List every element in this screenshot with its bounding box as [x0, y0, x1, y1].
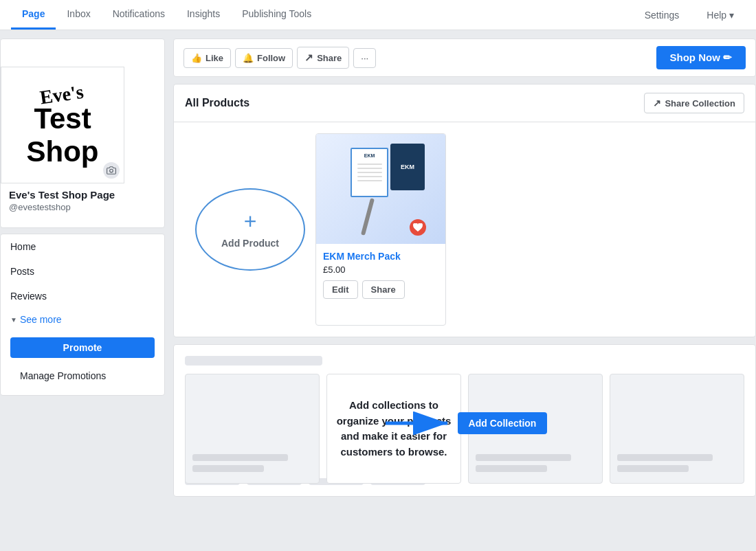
- logo-image: Eve's Test Shop: [1, 72, 124, 179]
- notebook-line: [357, 164, 382, 165]
- profile-card: Eve's Test Shop Eve's Test Shop Page @ev…: [0, 38, 165, 228]
- notebook-logo: EKM: [364, 153, 375, 159]
- help-link[interactable]: Help ▾: [696, 10, 745, 21]
- collections-top-bar: [185, 356, 322, 366]
- edit-product-button[interactable]: Edit: [323, 280, 358, 299]
- placeholder-line: [617, 465, 689, 472]
- sidebar-item-home[interactable]: Home: [1, 234, 164, 259]
- sidebar-item-posts[interactable]: Posts: [1, 259, 164, 284]
- notebook-line: [357, 180, 382, 181]
- sidebar-nav: Home Posts Reviews ▼ See more Promote Ma…: [0, 234, 165, 396]
- placeholder-line: [192, 454, 288, 461]
- share-collection-button[interactable]: ↗ Share Collection: [644, 93, 744, 113]
- camera-icon[interactable]: [103, 162, 120, 179]
- notebook-line: [357, 172, 382, 173]
- add-product-oval: + Add Product: [195, 188, 305, 271]
- svg-text:Shop: Shop: [27, 135, 99, 168]
- ekm-product-image: EKM EKM: [316, 134, 445, 244]
- promote-section: Promote Manage Promotions: [1, 330, 164, 395]
- like-icon: 👍: [191, 53, 202, 63]
- follow-button[interactable]: 🔔 Follow: [235, 48, 293, 68]
- add-collection-row: Add Collection: [382, 409, 548, 437]
- share-product-button[interactable]: Share: [362, 280, 405, 299]
- more-options-button[interactable]: ···: [353, 48, 376, 68]
- tab-inbox[interactable]: Inbox: [56, 0, 101, 30]
- products-grid: + Add Product: [174, 122, 755, 337]
- shop-now-button[interactable]: Shop Now ✏: [656, 46, 746, 69]
- tab-insights[interactable]: Insights: [176, 0, 231, 30]
- see-more[interactable]: ▼ See more: [1, 308, 164, 330]
- product-name: EKM Merch Pack: [323, 251, 438, 262]
- tab-page[interactable]: Page: [11, 0, 56, 30]
- arrow-svg: [382, 409, 458, 437]
- sidebar-item-reviews[interactable]: Reviews: [1, 284, 164, 308]
- products-title: All Products: [185, 97, 249, 109]
- promote-button[interactable]: Promote: [10, 337, 155, 358]
- notebook-line: [357, 168, 382, 169]
- product-card: EKM EKM: [315, 133, 446, 326]
- chevron-down-icon: ▼: [10, 316, 17, 324]
- notebook-lines: [357, 164, 382, 181]
- product-image: EKM EKM: [316, 134, 445, 244]
- placeholder-line: [476, 465, 547, 472]
- ekm-folder: EKM: [390, 144, 425, 190]
- collection-card-content: [610, 447, 744, 483]
- add-product-card[interactable]: + Add Product: [185, 133, 315, 326]
- share-button[interactable]: ↗ Share: [297, 47, 349, 69]
- page-layout: Eve's Test Shop Eve's Test Shop Page @ev…: [0, 30, 756, 504]
- ekm-pen: [361, 198, 375, 236]
- collection-card-content: [186, 447, 319, 483]
- placeholder-line: [617, 454, 713, 461]
- ekm-notebook: EKM: [351, 148, 388, 197]
- tab-publishing-tools[interactable]: Publishing Tools: [231, 0, 322, 30]
- profile-info: Eve's Test Shop Page @evestestshop: [1, 183, 164, 227]
- products-section: All Products ↗ Share Collection + Add Pr…: [173, 84, 756, 337]
- add-product-plus-icon: +: [244, 210, 257, 232]
- placeholder-line: [192, 465, 264, 472]
- collections-section: Add collections to organize your product…: [173, 344, 756, 497]
- collection-card-content: [469, 447, 602, 483]
- top-nav: Page Inbox Notifications Insights Publis…: [0, 0, 756, 30]
- shop-logo-svg: Eve's Test Shop: [1, 72, 124, 179]
- settings-link[interactable]: Settings: [634, 10, 691, 21]
- like-button[interactable]: 👍 Like: [184, 48, 231, 68]
- product-actions: Edit Share: [323, 280, 438, 299]
- products-header: All Products ↗ Share Collection: [174, 85, 755, 122]
- notebook-line: [357, 176, 382, 177]
- action-bar: 👍 Like 🔔 Follow ↗ Share ··· Shop Now ✏: [173, 38, 756, 77]
- product-info: EKM Merch Pack £5.00 Edit Share: [316, 244, 445, 304]
- placeholder-line: [476, 454, 571, 461]
- ekm-heart: [410, 219, 426, 236]
- collections-placeholder: Add collections to organize your product…: [185, 356, 744, 485]
- share-collection-icon: ↗: [653, 98, 661, 109]
- share-icon: ↗: [304, 52, 313, 64]
- profile-name: Eve's Test Shop Page: [9, 189, 156, 201]
- add-collection-overlay: Add Collection: [185, 409, 744, 437]
- add-product-label: Add Product: [221, 238, 279, 249]
- manage-promotions-link[interactable]: Manage Promotions: [10, 363, 155, 388]
- follow-icon: 🔔: [243, 53, 254, 63]
- svg-point-3: [110, 169, 113, 172]
- product-price: £5.00: [323, 265, 438, 275]
- main-content: 👍 Like 🔔 Follow ↗ Share ··· Shop Now ✏ A…: [173, 38, 756, 504]
- tab-notifications[interactable]: Notifications: [102, 0, 176, 30]
- sidebar: Eve's Test Shop Eve's Test Shop Page @ev…: [0, 38, 165, 504]
- profile-logo-area: Eve's Test Shop: [1, 67, 124, 183]
- add-collection-button[interactable]: Add Collection: [458, 412, 548, 434]
- profile-handle: @evestestshop: [9, 202, 156, 212]
- svg-text:Test: Test: [34, 102, 91, 135]
- ekm-folder-logo: EKM: [401, 164, 414, 170]
